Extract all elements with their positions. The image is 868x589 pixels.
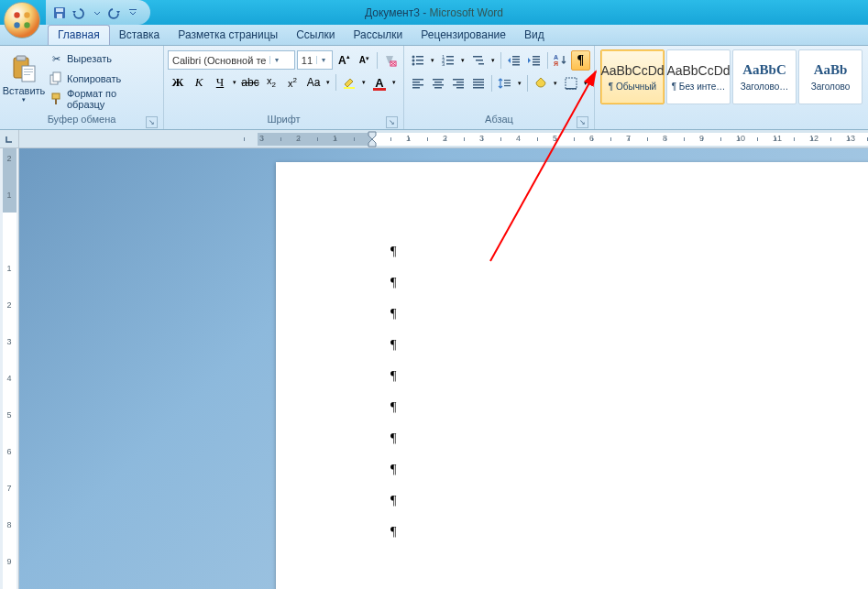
tab-review[interactable]: Рецензирование (412, 26, 515, 45)
change-case-more-button[interactable]: ▾ (324, 72, 333, 93)
style-card[interactable]: AaBbCcDd¶ Обычный (600, 49, 665, 104)
svg-rect-22 (416, 56, 423, 58)
superscript-button[interactable]: x2 (282, 72, 302, 93)
svg-rect-9 (16, 56, 26, 60)
bullets-button[interactable] (408, 50, 428, 71)
shading-button[interactable] (531, 73, 551, 93)
sort-button[interactable]: АЯ (550, 50, 569, 71)
svg-rect-33 (473, 56, 482, 58)
svg-rect-41 (533, 59, 540, 60)
redo-button[interactable] (106, 5, 123, 21)
subscript-button[interactable]: x2 (261, 72, 281, 93)
justify-button[interactable] (469, 73, 489, 93)
vertical-ruler[interactable]: 12123456789101112 (0, 130, 19, 589)
font-color-more-button[interactable]: ▾ (390, 72, 399, 93)
svg-rect-58 (473, 79, 484, 81)
ribbon-tabs: Главная Вставка Разметка страницы Ссылки… (0, 25, 868, 46)
svg-rect-63 (504, 82, 511, 83)
tab-home[interactable]: Главная (48, 25, 110, 45)
font-name-combo[interactable]: Calibri (Основной те▾ (168, 50, 295, 70)
copy-button[interactable]: Копировать (46, 70, 159, 88)
svg-rect-35 (478, 63, 484, 65)
align-left-button[interactable] (408, 73, 427, 93)
tab-insert[interactable]: Вставка (110, 26, 170, 45)
qat-customize-icon[interactable] (125, 5, 141, 21)
office-button[interactable] (4, 2, 40, 38)
save-button[interactable] (51, 5, 68, 21)
underline-more-button[interactable]: ▾ (230, 72, 239, 93)
tab-page-layout[interactable]: Разметка страницы (169, 26, 287, 45)
decrease-indent-button[interactable] (504, 50, 523, 71)
numbering-more-button[interactable]: ▾ (458, 50, 467, 71)
svg-rect-65 (566, 78, 577, 89)
undo-button[interactable] (70, 5, 86, 21)
pilcrow-icon: ¶ (577, 53, 585, 68)
change-case-button[interactable]: Aa (303, 72, 324, 93)
svg-rect-56 (453, 84, 464, 86)
format-painter-button[interactable]: Формат по образцу (46, 90, 159, 108)
svg-rect-32 (446, 63, 454, 65)
indent-markers[interactable] (366, 131, 380, 147)
borders-button[interactable] (561, 73, 581, 93)
font-color-button[interactable]: A (369, 72, 390, 93)
horizontal-ruler[interactable]: 1231234567891011121314 (19, 130, 868, 148)
style-card[interactable]: AaBbCЗаголово… (732, 49, 797, 104)
svg-rect-49 (412, 87, 420, 89)
svg-rect-30 (446, 60, 454, 61)
undo-more-icon[interactable] (88, 5, 104, 21)
clear-formatting-button[interactable] (381, 51, 400, 70)
increase-indent-button[interactable] (524, 50, 544, 71)
paragraph-mark: ¶ (390, 276, 396, 290)
tab-mailings[interactable]: Рассылки (344, 26, 412, 45)
svg-rect-54 (453, 79, 464, 81)
show-hide-marks-button[interactable]: ¶ (571, 50, 590, 71)
bullets-more-button[interactable]: ▾ (428, 50, 437, 71)
paste-button[interactable]: Вставить ▾ (4, 48, 44, 110)
svg-text:А: А (554, 54, 558, 60)
grow-font-button[interactable]: A▴ (335, 51, 353, 70)
align-right-button[interactable] (449, 73, 468, 93)
app-name: Microsoft Word (430, 6, 503, 19)
svg-point-3 (24, 22, 29, 27)
ribbon: Вставить ▾ ✂Вырезать Копировать Формат п… (0, 46, 868, 130)
document-page[interactable] (276, 162, 868, 589)
shrink-font-button[interactable]: A▾ (355, 51, 373, 70)
font-size-combo[interactable]: 11▾ (297, 50, 334, 70)
highlight-more-button[interactable]: ▾ (359, 72, 368, 93)
style-card[interactable]: AaBbCcDd¶ Без инте… (666, 49, 731, 104)
svg-point-2 (14, 22, 19, 27)
document-scroll-area[interactable]: 1231234567891011121314 ¶¶¶¶¶¶¶¶¶¶ (19, 130, 868, 589)
underline-button[interactable]: Ч (210, 72, 230, 93)
document-workspace: 12123456789101112 1231234567891011121314… (0, 130, 868, 589)
align-center-button[interactable] (428, 73, 447, 93)
svg-point-21 (412, 56, 415, 59)
bold-button[interactable]: Ж (168, 72, 188, 93)
highlight-button[interactable] (339, 72, 359, 93)
svg-rect-26 (416, 63, 423, 65)
strikethrough-button[interactable]: abc (240, 72, 260, 93)
style-card[interactable]: AaBbЗаголово (798, 49, 863, 104)
line-spacing-more-button[interactable]: ▾ (515, 73, 524, 93)
paste-label: Вставить (3, 85, 46, 96)
italic-button[interactable]: К (189, 72, 209, 93)
svg-rect-62 (504, 80, 511, 81)
cut-button[interactable]: ✂Вырезать (46, 49, 159, 68)
paragraph-launcher[interactable]: ↘ (577, 116, 588, 128)
shading-more-button[interactable]: ▾ (551, 73, 560, 93)
tab-references[interactable]: Ссылки (287, 26, 344, 45)
paragraph-mark: ¶ (390, 525, 396, 540)
numbering-button[interactable]: 123 (438, 50, 458, 71)
clipboard-launcher[interactable]: ↘ (146, 116, 158, 128)
font-launcher[interactable]: ↘ (386, 116, 398, 128)
multilevel-list-button[interactable] (468, 50, 489, 71)
multilevel-more-button[interactable]: ▾ (489, 50, 498, 71)
borders-more-button[interactable]: ▾ (581, 73, 590, 93)
tab-view[interactable]: Вид (515, 26, 554, 45)
svg-rect-11 (24, 69, 33, 70)
paragraph-mark: ¶ (390, 307, 396, 322)
svg-rect-46 (412, 79, 423, 81)
line-spacing-button[interactable] (495, 73, 515, 93)
paragraph-mark: ¶ (390, 400, 396, 415)
tab-selector[interactable] (0, 130, 18, 148)
svg-rect-57 (456, 87, 464, 89)
